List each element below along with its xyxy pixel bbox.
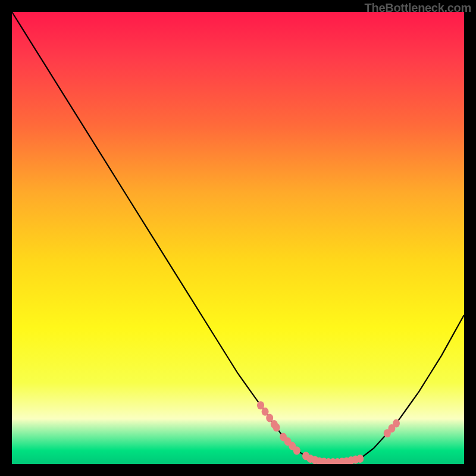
data-point: [293, 446, 300, 455]
curve-line: [12, 12, 464, 462]
data-point: [393, 419, 400, 428]
data-points: [257, 401, 400, 464]
data-point: [356, 455, 364, 463]
chart-background: [12, 12, 464, 464]
data-point: [273, 423, 280, 431]
watermark-text: TheBottleneck.com: [365, 1, 471, 15]
bottleneck-curve-chart: [12, 12, 464, 464]
